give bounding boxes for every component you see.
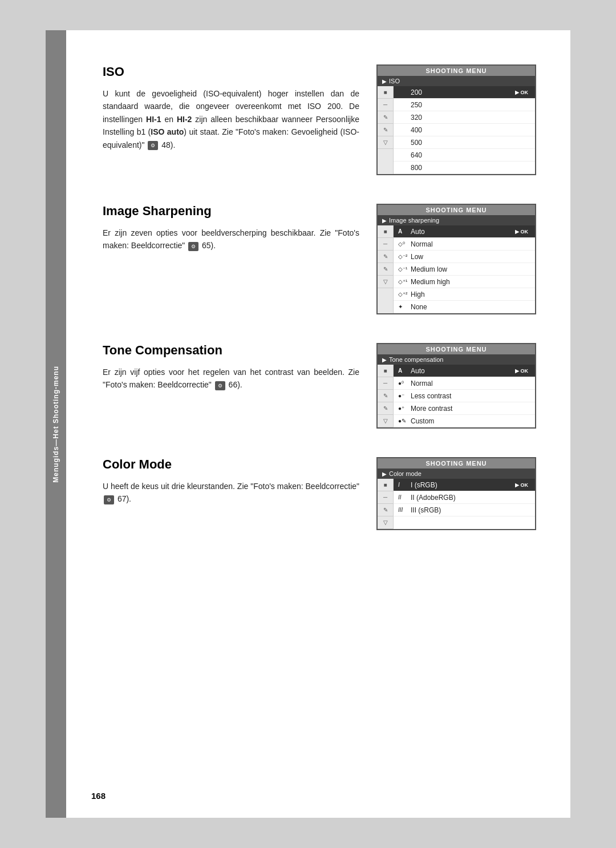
sharpening-body: Er zijn zeven opties voor beeldverscherp… — [103, 227, 359, 252]
section-iso: ISO U kunt de gevoeligheid (ISO-equivale… — [103, 64, 536, 175]
item-icon: ◇⁺² — [398, 291, 408, 297]
menu-item[interactable]: ◇⁰Normal — [394, 238, 535, 251]
item-icon: II — [398, 494, 408, 500]
menu-item[interactable]: 500 — [394, 136, 535, 149]
page-ref-icon: ⚙ — [148, 141, 158, 150]
tone-body: Er zijn vijf opties voor het regelen van… — [103, 366, 359, 391]
sharpening-section-label: Image sharpening — [389, 217, 439, 224]
item-label: Medium low — [411, 265, 447, 273]
menu-item[interactable]: ✦None — [394, 301, 535, 313]
item-label: 250 — [411, 101, 422, 109]
menu-item[interactable]: II II (AdobeRGB) — [394, 491, 535, 504]
menu-item[interactable]: 800 — [394, 161, 535, 174]
item-icon: ◇⁻² — [398, 253, 408, 260]
item-label: III (sRGB) — [411, 506, 441, 514]
sharpening-title: Image Sharpening — [103, 204, 359, 219]
color-menu-body: ■ ─ ✎ ▽ I I (sRGB) ▶ OK II II (AdobeRGB — [378, 479, 535, 529]
menu-item[interactable]: ●⁰Normal — [394, 377, 535, 390]
item-icon: A — [398, 368, 408, 374]
tone-section-label: Tone compensation — [389, 356, 443, 363]
menu-item[interactable]: ◇⁻²Low — [394, 251, 535, 263]
item-icon: ◇⁺¹ — [398, 278, 408, 285]
tone-items-col: A Auto ▶ OK ●⁰Normal ●⁻Less contrast ●⁺M… — [394, 365, 535, 427]
item-icon: ✦ — [398, 304, 408, 310]
item-label: 400 — [411, 126, 422, 134]
item-label: I (sRGB) — [411, 481, 437, 489]
sidebar-tab: Menugids—Het Shooting-menu — [46, 30, 66, 818]
color-icons-col: ■ ─ ✎ ▽ — [378, 479, 394, 529]
tone-title: Tone Compensation — [103, 343, 359, 358]
menu-item[interactable]: ◇⁺¹Medium high — [394, 276, 535, 288]
sharpening-menu-section: ▶ Image sharpening — [378, 215, 535, 225]
icon-cell-0: ■ — [378, 365, 393, 377]
item-icon: ◇⁻¹ — [398, 266, 408, 272]
menu-item[interactable]: ●✎Custom — [394, 415, 535, 427]
ok-badge: ▶ OK — [513, 228, 530, 235]
item-label: Custom — [411, 417, 434, 425]
sharpening-text: Image Sharpening Er zijn zeven opties vo… — [103, 204, 359, 252]
icon-cell-2: ✎ — [378, 504, 393, 516]
section-sharpening: Image Sharpening Er zijn zeven opties vo… — [103, 204, 536, 314]
item-label: 200 — [411, 88, 422, 96]
iso-items-col: 200 ▶ OK 250 320 400 500 640 800 — [394, 86, 535, 174]
menu-item[interactable]: 250 — [394, 99, 535, 111]
section-color: Color Mode U heeft de keus uit drie kleu… — [103, 457, 536, 530]
item-icon: ●✎ — [398, 418, 408, 424]
menu-item[interactable]: III III (sRGB) — [394, 504, 535, 516]
tone-menu-title: SHOOTING MENU — [378, 344, 535, 354]
menu-item[interactable]: ◇⁺²High — [394, 288, 535, 301]
tone-menu: SHOOTING MENU ▶ Tone compensation ■ ─ ✎ … — [376, 343, 536, 429]
menu-item[interactable]: 200 ▶ OK — [394, 86, 535, 99]
icon-cell-3: ▽ — [378, 516, 393, 529]
icon-cell-1: ─ — [378, 491, 393, 504]
item-label: More contrast — [411, 405, 452, 413]
icon-cell-2: ✎ — [378, 251, 393, 263]
menu-item[interactable]: 400 — [394, 124, 535, 136]
sharpening-items-col: A Auto ▶ OK ◇⁰Normal ◇⁻²Low ◇⁻¹Medium lo… — [394, 225, 535, 313]
item-label: Auto — [411, 367, 425, 375]
iso-menu-body: ■ ─ ✎ ✎ ▽ 200 ▶ OK 250 — [378, 86, 535, 174]
icon-cell-1: ─ — [378, 99, 393, 111]
item-label: Medium high — [411, 278, 450, 286]
sharpening-menu: SHOOTING MENU ▶ Image sharpening ■ ─ ✎ ✎… — [376, 204, 536, 314]
arrow-icon: ▶ — [382, 78, 387, 84]
item-icon: I — [398, 482, 408, 488]
ok-badge: ▶ OK — [513, 482, 530, 488]
menu-item[interactable]: ◇⁻¹Medium low — [394, 263, 535, 276]
color-text: Color Mode U heeft de keus uit drie kleu… — [103, 457, 359, 506]
menu-item[interactable]: 320 — [394, 111, 535, 124]
page-ref-icon: ⚙ — [215, 381, 225, 390]
iso-menu-section: ▶ ISO — [378, 76, 535, 86]
menu-item[interactable]: A Auto ▶ OK — [394, 225, 535, 238]
menu-item[interactable]: I I (sRGB) ▶ OK — [394, 479, 535, 491]
color-title: Color Mode — [103, 457, 359, 472]
sharpening-menu-body: ■ ─ ✎ ✎ ▽ A Auto ▶ OK ◇⁰No — [378, 225, 535, 313]
icon-cell-0: ■ — [378, 479, 393, 491]
iso-menu: SHOOTING MENU ▶ ISO ■ ─ ✎ ✎ ▽ — [376, 64, 536, 175]
menu-item[interactable]: 640 — [394, 149, 535, 161]
icon-cell-3: ✎ — [378, 263, 393, 276]
menu-item[interactable]: ●⁻Less contrast — [394, 390, 535, 402]
icon-cell-2: ✎ — [378, 390, 393, 402]
icon-cell-3: ✎ — [378, 124, 393, 136]
iso-title: ISO — [103, 64, 359, 79]
item-label: Normal — [411, 240, 433, 248]
item-label: Less contrast — [411, 392, 451, 400]
item-icon: ●⁰ — [398, 380, 408, 386]
item-label: II (AdobeRGB) — [411, 494, 456, 502]
icon-cell-4: ▽ — [378, 136, 393, 149]
menu-item[interactable]: A Auto ▶ OK — [394, 365, 535, 377]
icon-cell-0: ■ — [378, 86, 393, 99]
item-label: None — [411, 303, 427, 311]
page-ref-icon: ⚙ — [188, 242, 198, 251]
section-tone: Tone Compensation Er zijn vijf opties vo… — [103, 343, 536, 429]
iso-body: U kunt de gevoeligheid (ISO-equivalent) … — [103, 87, 359, 151]
icon-cell-3: ✎ — [378, 402, 393, 415]
item-label: High — [411, 290, 425, 298]
iso-menu-title: SHOOTING MENU — [378, 66, 535, 76]
menu-item[interactable]: ●⁺More contrast — [394, 402, 535, 415]
color-menu: SHOOTING MENU ▶ Color mode ■ ─ ✎ ▽ — [376, 457, 536, 530]
page-ref-icon: ⚙ — [104, 495, 114, 504]
sharpening-menu-title: SHOOTING MENU — [378, 205, 535, 215]
page-content: ISO U kunt de gevoeligheid (ISO-equivale… — [103, 64, 536, 530]
